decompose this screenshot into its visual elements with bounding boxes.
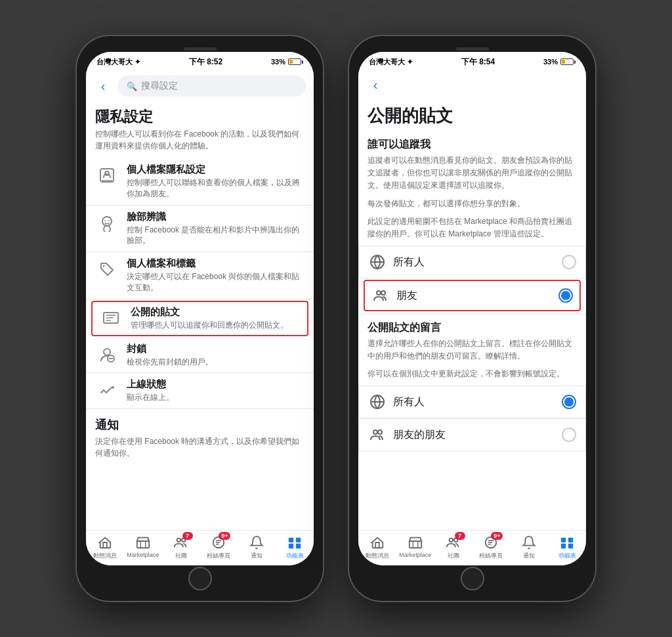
marketplace-icon-right [408,535,423,550]
comment-fof-radio[interactable] [562,428,576,442]
face-icon [95,211,119,234]
home-button-left[interactable] [188,567,212,590]
battery-right: 33% [543,58,576,66]
profile-privacy-desc: 控制哪些人可以聯絡和查看你的個人檔案，以及將你加為朋友。 [127,177,304,200]
menu-item-online[interactable]: 上線狀態 顯示在線上。 [86,373,314,409]
nav-groups-right[interactable]: 7 社團 [434,533,472,561]
svg-point-24 [373,430,377,434]
nav-notifications-right[interactable]: 通知 [510,533,548,561]
notifications-title: 通知 [86,409,314,435]
menu-item-face[interactable]: 臉部辨識 控制 Facebook 是否能在相片和影片中辨識出你的臉部。 [86,206,314,253]
time-right: 下午 8:54 [461,56,495,68]
nav-notifications-label-left: 通知 [251,552,262,560]
pages-badge-left: 9+ [219,532,230,540]
svg-rect-16 [289,538,293,542]
online-desc: 顯示在線上。 [127,392,304,403]
comment-everyone-radio[interactable] [562,395,576,409]
nav-menu-right[interactable]: 功能表 [548,533,586,561]
phone-left: 台灣大哥大 ✦ 下午 8:52 33% ‹ 🔍 搜尋設定 隱私設定 控制哪些人可… [77,36,323,601]
online-text: 上線狀態 顯示在線上。 [127,378,304,403]
profile-privacy-text: 個人檔案隱私設定 控制哪些人可以聯絡和查看你的個人檔案，以及將你加為朋友。 [127,164,304,200]
menu-item-public-posts[interactable]: 公開的貼文 管理哪些人可以追蹤你和回應你的公開貼文。 [91,301,308,336]
face-text: 臉部辨識 控制 Facebook 是否能在相片和影片中辨識出你的臉部。 [127,211,304,247]
comment-fof-icon [368,426,387,444]
public-posts-icon [99,306,123,330]
divider1 [358,314,586,315]
menu-icon-right [559,535,575,550]
option-friends[interactable]: 朋友 [364,280,581,311]
profile-privacy-title: 個人檔案隱私設定 [127,164,304,176]
svg-rect-26 [410,541,421,548]
who-can-follow-desc: 追蹤者可以在動態消息看見你的貼文。朋友會預設為你的貼文追蹤者，但你也可以讓非朋友… [358,154,586,198]
comments-desc: 選擇允許哪些人在你的公開貼文上留言。標註在你公開貼文中的用戶和他們的朋友仍可留言… [358,338,586,368]
svg-point-22 [381,291,385,295]
public-posts-desc: 管理哪些人可以追蹤你和回應你的公開貼文。 [131,320,301,331]
nav-groups-left[interactable]: 7 社團 [162,533,200,561]
tags-desc: 決定哪些人可以在 Facebook 與你的個人檔案和貼文互動。 [127,271,304,294]
nav-notifications-left[interactable]: 通知 [238,533,276,561]
comments-desc2: 你可以在個別貼文中更新此設定，不會影響到帳號設定。 [358,368,586,385]
svg-point-27 [449,538,453,542]
tags-icon [95,257,119,281]
svg-rect-18 [289,544,293,548]
svg-rect-12 [137,541,149,548]
face-desc: 控制 Facebook 是否能在相片和影片中辨識出你的臉部。 [127,225,304,247]
nav-marketplace-label-left: Marketplace [127,552,159,558]
page-title: 公開的貼文 [358,99,586,134]
blocking-icon [95,343,119,366]
nav-marketplace-label-right: Marketplace [399,552,431,558]
carrier-left: 台灣大哥大 ✦ [96,57,140,67]
groups-badge-right: 7 [455,532,465,540]
svg-rect-31 [568,538,573,542]
everyone-icon [368,253,387,271]
battery-icon-right [560,58,576,65]
privacy-desc: 控制哪些人可以看到你在 Facebook 的活動，以及我們如何運用資料來提供你個… [86,128,314,158]
nav-groups-label-right: 社團 [448,552,459,560]
friends-radio-dot [561,291,570,300]
svg-point-11 [112,386,114,389]
svg-point-25 [378,430,382,434]
phone-right: 台灣大哥大 ✦ 下午 8:54 33% ‹ 公開的貼文 誰可以追蹤我 追蹤者可以… [349,36,595,601]
battery-left: 33% [271,58,303,66]
nav-home-label-left: 動態消息 [93,552,117,560]
nav-marketplace-left[interactable]: Marketplace [124,533,162,561]
option-everyone[interactable]: 所有人 [358,246,586,278]
nav-home-right[interactable]: 動態消息 [358,533,396,561]
nav-menu-label-right: 功能表 [558,552,576,560]
svg-point-3 [104,226,110,232]
scroll-area-right[interactable]: 公開的貼文 誰可以追蹤我 追蹤者可以在動態消息看見你的貼文。朋友會預設為你的貼文… [358,99,586,530]
who-can-follow-title: 誰可以追蹤我 [358,134,586,154]
nav-pages-right[interactable]: 9+ 粉絲專頁 [472,533,510,561]
blocking-desc: 檢視你先前封鎖的用戶。 [127,357,304,368]
option-comment-fof[interactable]: 朋友的朋友 [358,418,586,451]
menu-item-profile-privacy[interactable]: 個人檔案隱私設定 控制哪些人可以聯絡和查看你的個人檔案，以及將你加為朋友。 [86,158,314,206]
nav-marketplace-right[interactable]: Marketplace [396,533,434,561]
comments-title: 公開貼文的留言 [358,317,586,338]
nav-home-left[interactable]: 動態消息 [86,533,124,561]
nav-pages-left[interactable]: 9+ 粉絲專頁 [200,533,238,561]
svg-point-4 [104,220,106,221]
svg-rect-30 [561,538,566,542]
back-button-right[interactable]: ‹ [366,76,385,94]
search-bar-left[interactable]: 🔍 搜尋設定 [117,76,306,97]
menu-item-blocking[interactable]: 封鎖 檢視你先前封鎖的用戶。 [86,338,314,374]
pages-badge-right: 9+ [491,532,503,540]
svg-point-21 [377,291,381,295]
nav-menu-left[interactable]: 功能表 [276,533,314,561]
back-button-left[interactable]: ‹ [94,77,112,95]
nav-groups-label-left: 社團 [175,552,187,560]
menu-item-tags[interactable]: 個人檔案和標籤 決定哪些人可以在 Facebook 與你的個人檔案和貼文互動。 [86,252,314,299]
friends-radio[interactable] [558,288,573,303]
svg-rect-32 [561,544,566,548]
who-can-follow-desc3: 此設定的適用範圍不包括在 Marketplace 和商品拍賣社團追蹤你的用戶。你… [358,215,586,246]
battery-icon-left [288,58,303,65]
profile-privacy-icon [95,164,119,187]
online-icon [95,378,119,402]
app-header-right: ‹ [358,70,586,99]
everyone-radio[interactable] [562,255,576,269]
option-comment-everyone[interactable]: 所有人 [358,385,586,418]
friends-label: 朋友 [396,289,552,303]
home-button-right[interactable] [461,567,484,590]
scroll-area-left[interactable]: 隱私設定 控制哪些人可以看到你在 Facebook 的活動，以及我們如何運用資料… [86,102,314,530]
privacy-title: 隱私設定 [86,102,314,128]
